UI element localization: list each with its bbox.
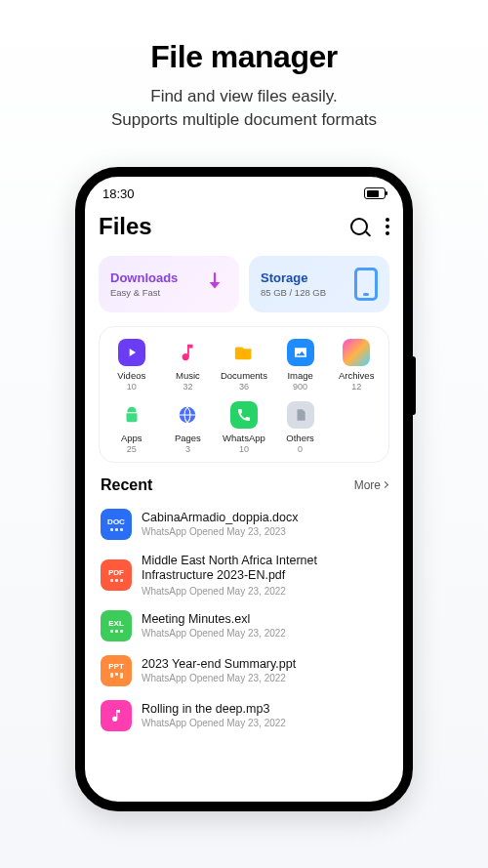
recent-file-row[interactable]: PPT 2023 Year-end Summary.ppt WhatsApp O… bbox=[99, 648, 389, 693]
android-icon bbox=[118, 401, 145, 429]
category-image[interactable]: Image 900 bbox=[272, 339, 329, 392]
category-documents[interactable]: Documents 36 bbox=[216, 339, 272, 392]
exl-icon: EXL bbox=[101, 610, 132, 641]
recent-file-row[interactable]: PDF Middle East North Africa Internet In… bbox=[99, 547, 389, 603]
video-icon bbox=[118, 339, 145, 366]
hero-subtitle: Find and view files easily. Supports mul… bbox=[111, 85, 377, 132]
search-icon[interactable] bbox=[350, 218, 368, 235]
whatsapp-icon bbox=[230, 401, 258, 429]
file-icon bbox=[287, 401, 314, 429]
download-arrow-icon bbox=[202, 269, 227, 299]
category-others[interactable]: Others 0 bbox=[272, 401, 329, 454]
app-header: Files bbox=[99, 213, 389, 240]
hero-title: File manager bbox=[111, 39, 377, 75]
card-storage[interactable]: Storage 85 GB / 128 GB bbox=[249, 256, 389, 312]
status-time: 18:30 bbox=[102, 186, 135, 201]
category-archives[interactable]: Archives 12 bbox=[328, 339, 385, 392]
file-meta: WhatsApp Opened May 23, 2023 bbox=[142, 526, 387, 537]
music-icon bbox=[174, 339, 201, 366]
page-title: Files bbox=[99, 213, 152, 240]
more-icon[interactable] bbox=[386, 218, 389, 235]
status-bar: 18:30 bbox=[99, 186, 389, 201]
phone-frame: 18:30 Files Downloads Easy & Fast bbox=[75, 167, 413, 811]
hero: File manager Find and view files easily.… bbox=[111, 0, 377, 132]
globe-icon bbox=[174, 401, 201, 429]
document-icon bbox=[230, 339, 258, 366]
music-file-icon bbox=[101, 700, 132, 731]
downloads-subtitle: Easy & Fast bbox=[110, 287, 178, 298]
category-videos[interactable]: Videos 10 bbox=[103, 339, 160, 392]
file-meta: WhatsApp Opened May 23, 2022 bbox=[142, 718, 387, 728]
downloads-title: Downloads bbox=[110, 270, 178, 285]
file-name: Rolling in the deep.mp3 bbox=[142, 702, 387, 716]
chevron-right-icon bbox=[382, 481, 388, 488]
tablet-icon bbox=[354, 268, 378, 301]
file-name: 2023 Year-end Summary.ppt bbox=[142, 657, 387, 671]
storage-subtitle: 85 GB / 128 GB bbox=[261, 287, 326, 298]
card-downloads[interactable]: Downloads Easy & Fast bbox=[99, 256, 239, 312]
file-name: CabinaArmadio_doppia.docx bbox=[142, 511, 387, 524]
file-name: Meeting Minutes.exl bbox=[142, 612, 387, 626]
ppt-icon: PPT bbox=[101, 655, 132, 686]
storage-title: Storage bbox=[261, 270, 326, 285]
category-whatsapp[interactable]: WhatsApp 10 bbox=[216, 401, 272, 454]
battery-icon bbox=[364, 187, 386, 199]
file-name: Middle East North Africa Internet Infras… bbox=[142, 554, 387, 584]
recent-file-row[interactable]: EXL Meeting Minutes.exl WhatsApp Opened … bbox=[99, 603, 389, 648]
doc-icon: DOC bbox=[101, 509, 132, 540]
pdf-icon: PDF bbox=[101, 559, 132, 591]
file-meta: WhatsApp Opened May 23, 2022 bbox=[142, 673, 387, 683]
file-meta: WhatsApp Opened May 23, 2022 bbox=[142, 628, 387, 639]
archive-icon bbox=[343, 339, 370, 366]
recent-title: Recent bbox=[101, 476, 152, 494]
recent-section: Recent More DOC CabinaArmadio_doppia.doc… bbox=[99, 476, 389, 802]
recent-file-row[interactable]: DOC CabinaArmadio_doppia.docx WhatsApp O… bbox=[99, 502, 389, 547]
category-music[interactable]: Music 32 bbox=[160, 339, 217, 392]
category-apps[interactable]: Apps 25 bbox=[103, 401, 160, 454]
recent-file-row[interactable]: Rolling in the deep.mp3 WhatsApp Opened … bbox=[99, 693, 389, 738]
categories-panel: Videos 10 Music 32 Documents 36 bbox=[99, 326, 389, 463]
more-button[interactable]: More bbox=[354, 478, 387, 492]
image-icon bbox=[287, 339, 314, 366]
category-pages[interactable]: Pages 3 bbox=[160, 401, 217, 454]
file-meta: WhatsApp Opened May 23, 2022 bbox=[142, 586, 387, 597]
